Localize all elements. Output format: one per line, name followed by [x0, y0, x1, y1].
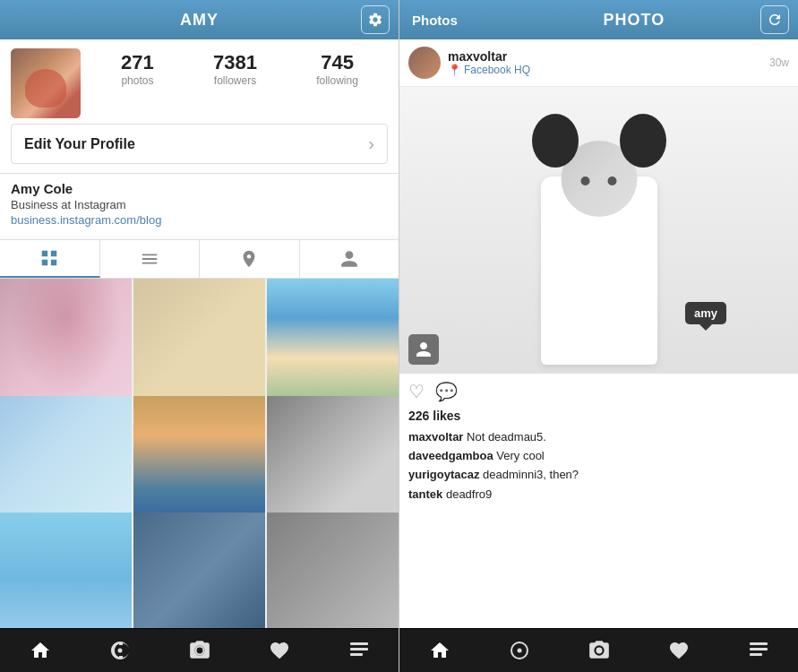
photo-grid [0, 279, 399, 628]
post-username[interactable]: maxvoltar [448, 49, 769, 64]
comment-1-username[interactable]: daveedgamboa [408, 449, 493, 462]
comment-0-username[interactable]: maxvoltar [408, 430, 463, 444]
nav-explore[interactable] [102, 633, 138, 668]
left-title: AMY [180, 11, 219, 30]
profile-bio: Business at Instagram [11, 198, 388, 211]
person-tag-icon [339, 249, 359, 269]
nav-heart[interactable] [262, 633, 297, 668]
nav-camera[interactable] [182, 633, 218, 668]
comment-button[interactable]: 💬 [435, 381, 458, 402]
post-image[interactable]: amy [399, 87, 798, 374]
settings-button[interactable] [361, 5, 390, 34]
likes-count[interactable]: 226 likes [408, 409, 460, 423]
likes-row: 226 likes [399, 406, 798, 427]
right-nav-menu[interactable] [741, 633, 777, 668]
person-tag-badge[interactable] [408, 334, 439, 365]
photo-6[interactable] [267, 396, 399, 528]
location-pin-icon: 📍 [448, 64, 461, 76]
photo-7[interactable] [0, 513, 132, 628]
photo-8[interactable] [133, 513, 265, 628]
comment-2: yurigoytacaz deadminni3, then? [408, 467, 789, 483]
right-panel: Photos PHOTO maxvoltar 📍 Facebook HQ 30w [399, 0, 798, 672]
post-header: maxvoltar 📍 Facebook HQ 30w [399, 39, 798, 87]
photo-4[interactable] [0, 396, 132, 528]
right-nav-explore[interactable] [502, 633, 537, 668]
edit-profile-label: Edit Your Profile [24, 136, 135, 152]
grid-icon [39, 248, 59, 268]
following-label: following [316, 74, 358, 87]
comment-1: daveedgamboa Very cool [408, 448, 789, 464]
post-user-info: maxvoltar 📍 Facebook HQ [448, 49, 769, 76]
svg-rect-1 [350, 642, 368, 645]
comments-section: maxvoltar Not deadmau5. daveedgamboa Ver… [399, 427, 798, 628]
svg-rect-8 [750, 653, 762, 656]
tab-grid[interactable] [0, 240, 100, 278]
right-nav-heart[interactable] [661, 633, 697, 668]
post-time: 30w [769, 56, 789, 69]
photo-2[interactable] [133, 279, 265, 410]
right-header: Photos PHOTO [399, 0, 798, 39]
svg-rect-3 [350, 653, 363, 656]
comment-0: maxvoltar Not deadmau5. [408, 429, 789, 445]
nav-profile[interactable] [341, 633, 377, 668]
right-title: PHOTO [470, 11, 798, 30]
left-bottom-nav [0, 628, 399, 672]
stat-photos[interactable]: 271 photos [121, 52, 154, 87]
post-image-bg: amy [399, 87, 798, 374]
profile-top: 271 photos 7381 followers 745 following [11, 48, 388, 118]
photos-count: 271 [121, 52, 154, 73]
photo-1[interactable] [0, 279, 132, 410]
location-icon [239, 249, 259, 269]
person-icon [415, 340, 433, 358]
refresh-icon [767, 12, 783, 28]
tag-bubble[interactable]: amy [685, 302, 726, 324]
right-nav-camera[interactable] [581, 633, 617, 668]
photo-3[interactable] [267, 279, 399, 410]
post-actions: ♡ 💬 [399, 374, 798, 406]
profile-name: Amy Cole [11, 181, 388, 196]
like-button[interactable]: ♡ [408, 381, 425, 402]
following-count: 745 [321, 52, 354, 73]
post-figure [510, 114, 689, 365]
tab-tagged[interactable] [300, 240, 399, 278]
gear-icon [367, 12, 383, 28]
svg-rect-6 [750, 642, 768, 645]
svg-point-5 [517, 649, 521, 653]
bio-section: Amy Cole Business at Instagram business.… [0, 174, 399, 236]
post-user-avatar[interactable] [408, 47, 441, 79]
stat-followers[interactable]: 7381 followers [213, 52, 257, 87]
avatar [11, 48, 81, 118]
left-panel: AMY 271 photos 7381 followers [0, 0, 399, 672]
refresh-button[interactable] [760, 5, 789, 34]
photo-9[interactable] [267, 513, 399, 628]
svg-rect-7 [750, 648, 768, 650]
tab-list[interactable] [100, 240, 201, 278]
right-nav-home[interactable] [422, 633, 458, 668]
photos-label: photos [121, 74, 153, 87]
stat-following[interactable]: 745 following [316, 52, 358, 87]
view-tabs [0, 239, 399, 279]
right-bottom-nav [399, 628, 798, 672]
comment-3: tantek deadfro9 [408, 487, 789, 503]
edit-profile-button[interactable]: Edit Your Profile › [11, 124, 388, 164]
post-location[interactable]: 📍 Facebook HQ [448, 64, 769, 76]
stats-row: 271 photos 7381 followers 745 following [91, 48, 388, 87]
chevron-right-icon: › [368, 134, 374, 154]
followers-count: 7381 [213, 52, 257, 73]
comment-2-username[interactable]: yurigoytacaz [408, 468, 479, 481]
photo-5[interactable] [133, 396, 265, 528]
list-icon [140, 249, 159, 269]
nav-home[interactable] [22, 633, 58, 668]
svg-point-0 [117, 649, 122, 653]
followers-label: followers [214, 74, 256, 87]
tab-location[interactable] [200, 240, 300, 278]
left-header: AMY [0, 0, 399, 39]
post-location-text: Facebook HQ [464, 64, 530, 76]
profile-link[interactable]: business.instagram.com/blog [11, 213, 388, 227]
avatar-image [11, 48, 81, 118]
svg-rect-2 [350, 648, 368, 650]
profile-section: 271 photos 7381 followers 745 following … [0, 39, 399, 174]
photos-tab[interactable]: Photos [399, 13, 470, 28]
comment-3-username[interactable]: tantek [408, 487, 442, 501]
